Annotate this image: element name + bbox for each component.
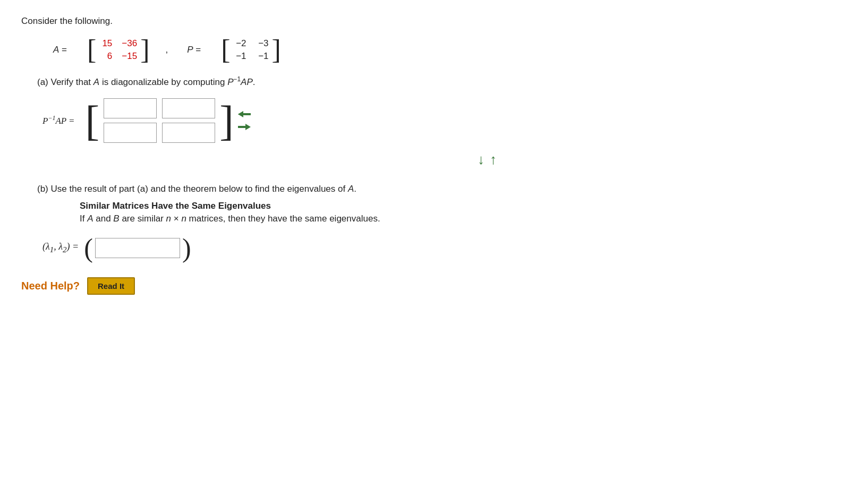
pap-label: P−1AP = <box>42 114 75 126</box>
up-arrow-icon: ↑ <box>490 151 497 167</box>
theorem-text: If A and B are similar n × n matrices, t… <box>80 214 847 224</box>
matrix-input-r2c2[interactable] <box>162 123 215 143</box>
svg-marker-2 <box>238 124 251 130</box>
matrix-p-grid: −2 −3 −1 −1 <box>231 36 272 64</box>
arrow-up-button[interactable]: ↑ <box>490 151 497 168</box>
matrices-row: A = [ 15 −36 6 −15 ] , P = [ −2 −3 −1 −1… <box>53 36 847 64</box>
bracket-right-a: ] <box>140 36 149 64</box>
matrix-a-r2c2: −15 <box>122 51 137 62</box>
eigen-label: (λ1, λ2) = <box>42 241 79 254</box>
matrix-p-label: P = <box>187 45 201 55</box>
matrix-a-r1c2: −36 <box>122 38 137 49</box>
matrix-input-r1c2[interactable] <box>162 98 215 118</box>
matrix-p-r1c1: −2 <box>234 38 246 49</box>
paren-left: ( <box>84 235 93 261</box>
part-a-label: (a) Verify that A is diagonalizable by c… <box>37 75 847 88</box>
theorem-box: Similar Matrices Have the Same Eigenvalu… <box>80 201 847 224</box>
matrix-input-r1c1[interactable] <box>104 98 157 118</box>
paren-right: ) <box>182 235 191 261</box>
need-help-row: Need Help? Read It <box>21 277 847 295</box>
side-arrows <box>237 109 252 132</box>
need-help-text: Need Help? <box>21 280 80 292</box>
input-bracket-right: ] <box>219 99 234 142</box>
matrix-input-r2c1[interactable] <box>104 123 157 143</box>
comma-separator: , <box>166 45 168 55</box>
matrix-p-r1c2: −3 <box>256 38 269 49</box>
arrow-right-button[interactable] <box>237 122 252 132</box>
matrix-a-label: A = <box>53 45 67 55</box>
matrix-p-wrap: [ −2 −3 −1 −1 ] <box>221 36 281 64</box>
matrix-a-grid: 15 −36 6 −15 <box>96 36 140 64</box>
theorem-title: Similar Matrices Have the Same Eigenvalu… <box>80 201 847 211</box>
matrix-a-wrap: [ 15 −36 6 −15 ] <box>87 36 150 64</box>
arrow-down-button[interactable]: ↓ <box>478 151 484 168</box>
bracket-right-p: ] <box>272 36 281 64</box>
matrix-equation-row: P−1AP = [ ] <box>42 95 847 146</box>
input-matrix-wrap: [ ] <box>86 95 252 146</box>
part-b-section: (b) Use the result of part (a) and the t… <box>37 184 847 224</box>
eigenvalue-row: (λ1, λ2) = ( ) <box>42 235 847 261</box>
matrix-a-r2c1: 6 <box>99 51 112 62</box>
input-grid <box>99 95 219 146</box>
matrix-p-r2c1: −1 <box>234 51 246 62</box>
svg-marker-1 <box>238 112 251 117</box>
eigenvalue-input[interactable] <box>95 238 180 258</box>
matrix-a-r1c1: 15 <box>99 38 112 49</box>
input-bracket-left: [ <box>86 99 100 142</box>
read-it-button[interactable]: Read It <box>87 277 135 295</box>
arrows-below-row: ↓ ↑ <box>127 151 847 168</box>
consider-text: Consider the following. <box>21 16 847 27</box>
matrix-p-r2c2: −1 <box>256 51 269 62</box>
part-b-text: (b) Use the result of part (a) and the t… <box>37 184 356 194</box>
bracket-left-p: [ <box>221 36 230 64</box>
down-arrow-icon: ↓ <box>478 151 484 167</box>
bracket-left-a: [ <box>87 36 96 64</box>
arrow-left-button[interactable] <box>237 109 252 120</box>
